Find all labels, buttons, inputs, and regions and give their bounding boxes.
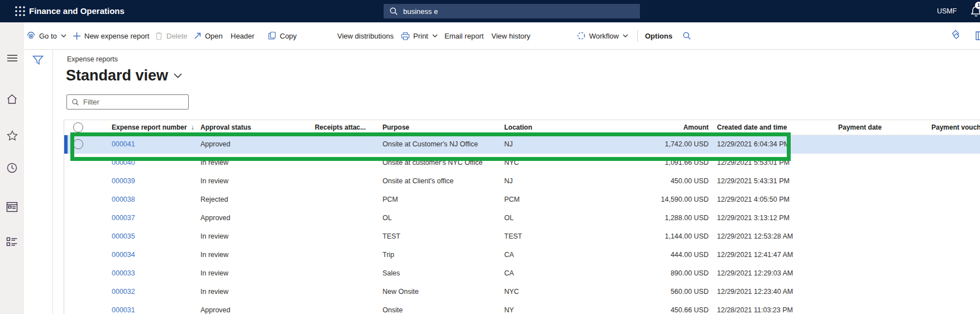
nav-recent-clock-icon[interactable] xyxy=(6,161,18,174)
cell-status: In review xyxy=(200,154,228,172)
cell-number[interactable]: 000034 xyxy=(112,246,135,264)
cell-receipts xyxy=(297,172,366,191)
action-view-history[interactable]: View history xyxy=(491,22,530,49)
cell-number[interactable]: 000040 xyxy=(112,154,135,172)
cell-location: NY xyxy=(504,301,514,314)
search-icon xyxy=(71,98,79,106)
table-row[interactable]: 000033In reviewSalesCA890.00 USD12/29/20… xyxy=(64,264,980,283)
cell-payment-date xyxy=(799,209,882,227)
column-header-receipts[interactable]: Receipts attac... xyxy=(297,120,366,135)
cell-amount: 450.66 USD xyxy=(597,301,709,314)
action-delete[interactable]: Delete xyxy=(155,22,188,49)
cell-payment-date xyxy=(799,154,882,172)
cell-status: Approved xyxy=(200,209,231,227)
nav-workspace-icon[interactable] xyxy=(6,201,18,213)
table-row[interactable]: 000032In reviewNew OnsiteNYC560.00 USD12… xyxy=(64,283,980,301)
cell-number[interactable]: 000031 xyxy=(112,301,135,314)
pane-divider xyxy=(52,49,53,314)
office-book-icon[interactable] xyxy=(974,22,980,49)
action-bar-divider xyxy=(637,30,638,42)
search-icon xyxy=(389,7,398,16)
nav-favorites-star-icon[interactable] xyxy=(6,130,18,142)
column-header-location[interactable]: Location xyxy=(504,120,532,135)
cell-number[interactable]: 000035 xyxy=(112,227,135,246)
column-header-status[interactable]: Approval status xyxy=(200,120,251,135)
cell-payment-date xyxy=(799,246,882,264)
personalization-diamond-icon[interactable] xyxy=(949,22,962,49)
action-options[interactable]: Options xyxy=(645,22,672,49)
cell-status: In review xyxy=(200,227,228,246)
sort-desc-icon: ↓ xyxy=(191,123,194,131)
nav-home-icon[interactable] xyxy=(6,93,18,105)
cell-number[interactable]: 000037 xyxy=(112,209,135,227)
select-all-radio[interactable] xyxy=(73,122,83,132)
row-select-radio[interactable] xyxy=(73,139,83,149)
cell-created: 12/28/2021 11:03:23 PM xyxy=(717,301,793,314)
action-new-expense-report[interactable]: New expense report xyxy=(73,22,149,49)
table-row[interactable]: 000040In reviewOnsite at customer's NYC … xyxy=(64,154,980,172)
cell-payment-date xyxy=(799,227,882,246)
grid-filter-input[interactable]: Filter xyxy=(66,94,189,110)
cell-number[interactable]: 000033 xyxy=(112,264,135,283)
cell-status: In review xyxy=(200,246,228,264)
cell-status: In review xyxy=(200,283,228,301)
cell-receipts xyxy=(297,154,366,172)
action-print[interactable]: Print xyxy=(401,22,438,49)
cell-number[interactable]: 000032 xyxy=(112,283,135,301)
printer-icon xyxy=(401,32,410,40)
cell-purpose: OL xyxy=(383,209,392,227)
action-header[interactable]: Header xyxy=(231,22,255,49)
filter-pane-funnel-icon[interactable] xyxy=(32,54,44,66)
table-row[interactable]: 000041ApprovedOnsite at Customer's NJ Of… xyxy=(64,135,980,154)
action-open[interactable]: Open xyxy=(194,22,223,49)
app-window: Finance and Operations business e USMF 1 xyxy=(0,0,980,314)
nav-menu-button[interactable] xyxy=(6,52,18,64)
cell-location: NYC xyxy=(504,154,519,172)
column-header-payment-date[interactable]: Payment date xyxy=(799,120,882,135)
cell-number[interactable]: 000041 xyxy=(112,135,135,154)
global-search-value: business e xyxy=(403,7,438,16)
grid-body: 000041ApprovedOnsite at Customer's NJ Of… xyxy=(64,135,980,314)
app-title: Finance and Operations xyxy=(29,0,125,22)
cell-created: 12/29/2021 3:13:12 PM xyxy=(717,209,790,227)
action-bar-search-button[interactable] xyxy=(682,22,691,49)
column-header-number[interactable]: Expense report number↓ xyxy=(112,120,194,135)
table-row[interactable]: 000035In reviewTESTTEST1,144.00 USD12/29… xyxy=(64,227,980,246)
table-row[interactable]: 000037ApprovedOLOL1,288.00 USD12/29/2021… xyxy=(64,209,980,227)
action-view-distributions[interactable]: View distributions xyxy=(337,22,394,49)
cell-created: 12/29/2021 5:43:31 PM xyxy=(717,172,790,191)
cell-purpose: Onsite xyxy=(383,301,403,314)
action-workflow[interactable]: Workflow xyxy=(577,22,628,49)
action-email-report[interactable]: Email report xyxy=(444,22,484,49)
cell-status: In review xyxy=(200,172,228,191)
nav-modules-list-icon[interactable] xyxy=(6,236,18,248)
action-go-to[interactable]: Go to xyxy=(26,22,66,49)
action-copy[interactable]: Copy xyxy=(268,22,297,49)
cell-payment-date xyxy=(799,172,882,191)
copy-icon xyxy=(268,31,276,40)
cell-amount: 560.00 USD xyxy=(597,283,709,301)
search-icon xyxy=(682,31,691,40)
table-row[interactable]: 000034In reviewTripCA444.00 USD12/29/202… xyxy=(64,246,980,264)
cell-payment-date xyxy=(799,283,882,301)
cell-amount: 1,091.66 USD xyxy=(597,154,709,172)
global-search-input[interactable]: business e xyxy=(384,4,640,18)
view-selector[interactable]: Standard view xyxy=(66,67,182,84)
cell-receipts xyxy=(297,227,366,246)
table-row[interactable]: 000038RejectedPCMPCM14,590.00 USD12/29/2… xyxy=(64,191,980,209)
company-picker[interactable]: USMF xyxy=(937,0,957,22)
cell-receipts xyxy=(297,301,366,314)
table-row[interactable]: 000039In reviewOnsite at Client's office… xyxy=(64,172,980,191)
column-header-created[interactable]: Created date and time xyxy=(717,120,787,135)
column-header-purpose[interactable]: Purpose xyxy=(383,120,409,135)
column-header-payment-voucher[interactable]: Payment vouche xyxy=(931,120,980,135)
table-row[interactable]: 000031ApprovedOnsiteNY450.66 USD12/28/20… xyxy=(64,301,980,314)
column-header-amount[interactable]: Amount xyxy=(597,120,709,135)
app-launcher-icon[interactable] xyxy=(14,5,26,17)
cell-number[interactable]: 000039 xyxy=(112,172,135,191)
cell-purpose: TEST xyxy=(383,227,400,246)
trash-icon xyxy=(155,31,163,40)
cell-amount: 14,590.00 USD xyxy=(597,191,709,209)
cell-payment-date xyxy=(799,301,882,314)
cell-number[interactable]: 000038 xyxy=(112,191,135,209)
